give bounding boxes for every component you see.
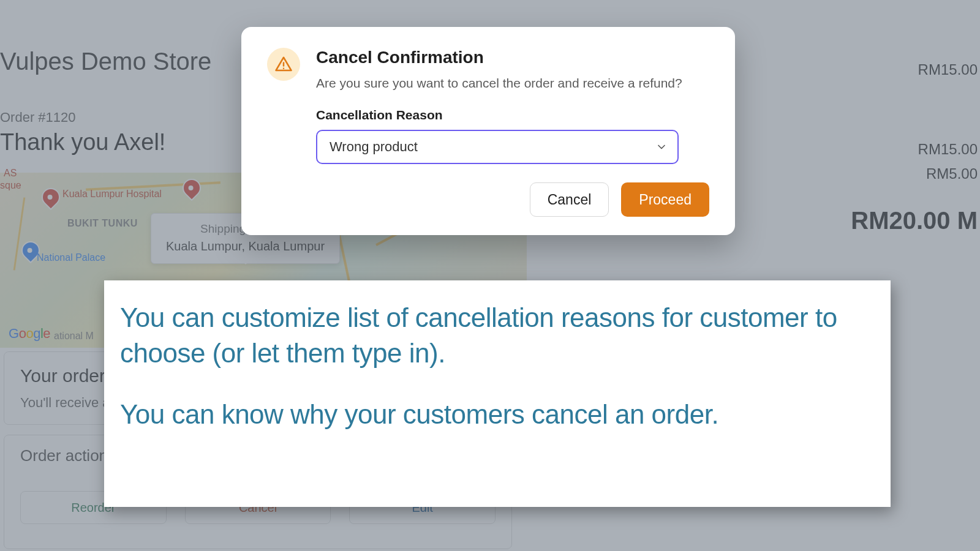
reason-select[interactable]: Wrong product <box>316 130 679 164</box>
cancel-confirmation-modal: Cancel Confirmation Are you sure you wan… <box>241 27 735 235</box>
proceed-button[interactable]: Proceed <box>621 182 709 217</box>
promo-overlay: You can customize list of cancellation r… <box>104 280 891 507</box>
modal-subtitle: Are you sure you want to cancel the orde… <box>316 76 709 91</box>
cancel-button[interactable]: Cancel <box>530 182 609 217</box>
promo-text-2: You can know why your customers cancel a… <box>120 397 866 432</box>
reason-select-value[interactable]: Wrong product <box>316 130 679 164</box>
promo-text-1: You can customize list of cancellation r… <box>120 300 866 371</box>
modal-title: Cancel Confirmation <box>316 48 709 67</box>
svg-rect-1 <box>283 68 285 70</box>
reason-label: Cancellation Reason <box>316 108 709 122</box>
svg-rect-0 <box>283 62 285 67</box>
warning-icon <box>267 48 300 81</box>
